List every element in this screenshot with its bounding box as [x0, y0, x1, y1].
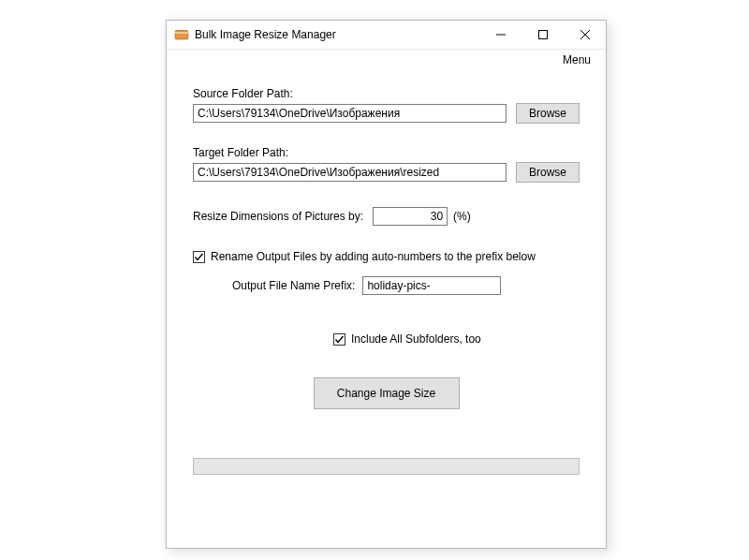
client-area: Source Folder Path: Browse Target Folder… [167, 70, 606, 475]
app-window: Bulk Image Resize Manager Menu Source Fo… [166, 20, 607, 549]
svg-rect-4 [538, 31, 547, 39]
include-subfolders-checkbox[interactable] [333, 333, 345, 346]
window-title: Bulk Image Resize Manager [195, 28, 336, 41]
percent-unit-label: (%) [453, 210, 471, 223]
source-folder-input[interactable] [193, 104, 507, 123]
source-folder-label: Source Folder Path: [193, 87, 580, 100]
app-icon [174, 27, 189, 42]
rename-files-label: Rename Output Files by adding auto-numbe… [211, 250, 536, 263]
close-button[interactable] [564, 22, 606, 49]
include-subfolders-label: Include All Subfolders, too [351, 332, 481, 346]
target-folder-input[interactable] [193, 163, 507, 182]
target-browse-button[interactable]: Browse [516, 162, 580, 183]
menu-item[interactable]: Menu [557, 52, 596, 68]
output-prefix-input[interactable] [362, 276, 501, 295]
target-folder-label: Target Folder Path: [193, 146, 580, 159]
rename-files-checkbox[interactable] [193, 251, 205, 263]
svg-rect-2 [175, 30, 188, 32]
minimize-button[interactable] [479, 22, 521, 49]
menubar: Menu [167, 50, 606, 70]
titlebar[interactable]: Bulk Image Resize Manager [167, 21, 606, 50]
resize-percent-input[interactable] [373, 207, 448, 226]
change-image-size-button[interactable]: Change Image Size [314, 377, 460, 409]
progress-bar [193, 458, 580, 475]
output-prefix-label: Output File Name Prefix: [232, 279, 355, 292]
maximize-button[interactable] [521, 22, 564, 49]
resize-percent-label: Resize Dimensions of Pictures by: [193, 210, 363, 223]
source-browse-button[interactable]: Browse [516, 103, 580, 124]
